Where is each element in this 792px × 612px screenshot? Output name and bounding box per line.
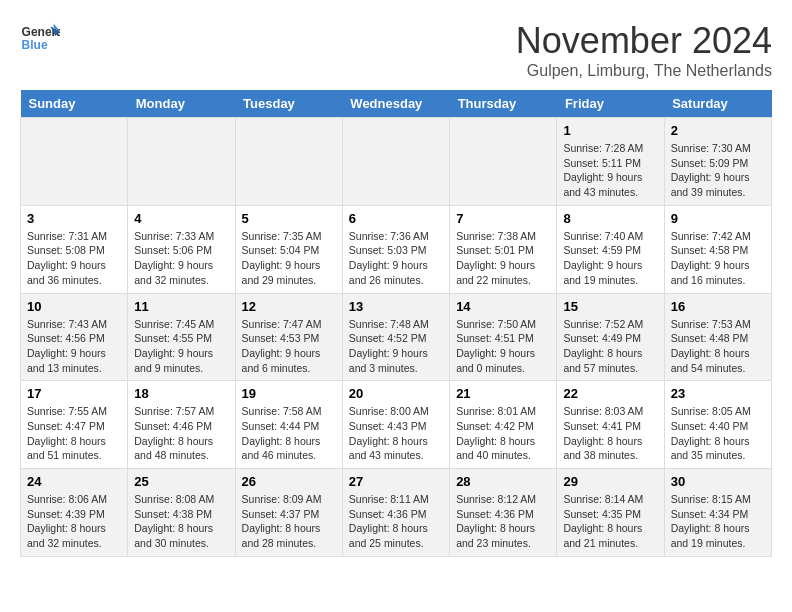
day-info: Sunrise: 7:47 AM Sunset: 4:53 PM Dayligh…: [242, 317, 336, 376]
day-info: Sunrise: 7:43 AM Sunset: 4:56 PM Dayligh…: [27, 317, 121, 376]
day-cell: 1Sunrise: 7:28 AM Sunset: 5:11 PM Daylig…: [557, 118, 664, 206]
day-info: Sunrise: 8:05 AM Sunset: 4:40 PM Dayligh…: [671, 404, 765, 463]
day-info: Sunrise: 7:28 AM Sunset: 5:11 PM Dayligh…: [563, 141, 657, 200]
day-info: Sunrise: 7:31 AM Sunset: 5:08 PM Dayligh…: [27, 229, 121, 288]
day-info: Sunrise: 7:36 AM Sunset: 5:03 PM Dayligh…: [349, 229, 443, 288]
day-cell: 3Sunrise: 7:31 AM Sunset: 5:08 PM Daylig…: [21, 205, 128, 293]
day-number: 8: [563, 211, 657, 226]
day-number: 7: [456, 211, 550, 226]
header-thursday: Thursday: [450, 90, 557, 118]
day-cell: 13Sunrise: 7:48 AM Sunset: 4:52 PM Dayli…: [342, 293, 449, 381]
title-area: November 2024 Gulpen, Limburg, The Nethe…: [516, 20, 772, 80]
week-row-4: 17Sunrise: 7:55 AM Sunset: 4:47 PM Dayli…: [21, 381, 772, 469]
day-cell: 20Sunrise: 8:00 AM Sunset: 4:43 PM Dayli…: [342, 381, 449, 469]
day-cell: 30Sunrise: 8:15 AM Sunset: 4:34 PM Dayli…: [664, 469, 771, 557]
day-cell: [235, 118, 342, 206]
day-cell: 8Sunrise: 7:40 AM Sunset: 4:59 PM Daylig…: [557, 205, 664, 293]
day-number: 15: [563, 299, 657, 314]
week-row-1: 1Sunrise: 7:28 AM Sunset: 5:11 PM Daylig…: [21, 118, 772, 206]
header-saturday: Saturday: [664, 90, 771, 118]
day-number: 14: [456, 299, 550, 314]
day-info: Sunrise: 7:30 AM Sunset: 5:09 PM Dayligh…: [671, 141, 765, 200]
day-cell: 17Sunrise: 7:55 AM Sunset: 4:47 PM Dayli…: [21, 381, 128, 469]
day-cell: 25Sunrise: 8:08 AM Sunset: 4:38 PM Dayli…: [128, 469, 235, 557]
day-cell: 21Sunrise: 8:01 AM Sunset: 4:42 PM Dayli…: [450, 381, 557, 469]
day-number: 3: [27, 211, 121, 226]
day-number: 12: [242, 299, 336, 314]
header-monday: Monday: [128, 90, 235, 118]
day-cell: 14Sunrise: 7:50 AM Sunset: 4:51 PM Dayli…: [450, 293, 557, 381]
day-number: 26: [242, 474, 336, 489]
day-number: 4: [134, 211, 228, 226]
day-info: Sunrise: 7:58 AM Sunset: 4:44 PM Dayligh…: [242, 404, 336, 463]
day-cell: 4Sunrise: 7:33 AM Sunset: 5:06 PM Daylig…: [128, 205, 235, 293]
day-number: 25: [134, 474, 228, 489]
day-info: Sunrise: 8:11 AM Sunset: 4:36 PM Dayligh…: [349, 492, 443, 551]
day-info: Sunrise: 8:15 AM Sunset: 4:34 PM Dayligh…: [671, 492, 765, 551]
day-cell: [21, 118, 128, 206]
calendar-table: Sunday Monday Tuesday Wednesday Thursday…: [20, 90, 772, 557]
day-info: Sunrise: 7:52 AM Sunset: 4:49 PM Dayligh…: [563, 317, 657, 376]
day-info: Sunrise: 7:48 AM Sunset: 4:52 PM Dayligh…: [349, 317, 443, 376]
day-cell: 15Sunrise: 7:52 AM Sunset: 4:49 PM Dayli…: [557, 293, 664, 381]
day-number: 27: [349, 474, 443, 489]
day-cell: [450, 118, 557, 206]
day-cell: 10Sunrise: 7:43 AM Sunset: 4:56 PM Dayli…: [21, 293, 128, 381]
day-info: Sunrise: 8:09 AM Sunset: 4:37 PM Dayligh…: [242, 492, 336, 551]
day-info: Sunrise: 8:12 AM Sunset: 4:36 PM Dayligh…: [456, 492, 550, 551]
header-friday: Friday: [557, 90, 664, 118]
day-info: Sunrise: 7:35 AM Sunset: 5:04 PM Dayligh…: [242, 229, 336, 288]
day-info: Sunrise: 7:42 AM Sunset: 4:58 PM Dayligh…: [671, 229, 765, 288]
day-number: 22: [563, 386, 657, 401]
day-info: Sunrise: 7:57 AM Sunset: 4:46 PM Dayligh…: [134, 404, 228, 463]
day-info: Sunrise: 7:50 AM Sunset: 4:51 PM Dayligh…: [456, 317, 550, 376]
day-number: 5: [242, 211, 336, 226]
header-wednesday: Wednesday: [342, 90, 449, 118]
week-row-5: 24Sunrise: 8:06 AM Sunset: 4:39 PM Dayli…: [21, 469, 772, 557]
day-info: Sunrise: 7:45 AM Sunset: 4:55 PM Dayligh…: [134, 317, 228, 376]
day-info: Sunrise: 8:01 AM Sunset: 4:42 PM Dayligh…: [456, 404, 550, 463]
location-subtitle: Gulpen, Limburg, The Netherlands: [516, 62, 772, 80]
page: General Blue November 2024 Gulpen, Limbu…: [0, 0, 792, 577]
day-number: 19: [242, 386, 336, 401]
day-info: Sunrise: 7:33 AM Sunset: 5:06 PM Dayligh…: [134, 229, 228, 288]
week-row-3: 10Sunrise: 7:43 AM Sunset: 4:56 PM Dayli…: [21, 293, 772, 381]
day-cell: 2Sunrise: 7:30 AM Sunset: 5:09 PM Daylig…: [664, 118, 771, 206]
day-cell: 18Sunrise: 7:57 AM Sunset: 4:46 PM Dayli…: [128, 381, 235, 469]
day-info: Sunrise: 7:53 AM Sunset: 4:48 PM Dayligh…: [671, 317, 765, 376]
day-info: Sunrise: 8:08 AM Sunset: 4:38 PM Dayligh…: [134, 492, 228, 551]
day-number: 16: [671, 299, 765, 314]
day-number: 2: [671, 123, 765, 138]
day-cell: [128, 118, 235, 206]
logo-icon: General Blue: [20, 20, 60, 56]
day-number: 1: [563, 123, 657, 138]
day-number: 28: [456, 474, 550, 489]
day-cell: 16Sunrise: 7:53 AM Sunset: 4:48 PM Dayli…: [664, 293, 771, 381]
day-number: 29: [563, 474, 657, 489]
day-number: 6: [349, 211, 443, 226]
day-info: Sunrise: 7:55 AM Sunset: 4:47 PM Dayligh…: [27, 404, 121, 463]
day-cell: 26Sunrise: 8:09 AM Sunset: 4:37 PM Dayli…: [235, 469, 342, 557]
day-cell: 28Sunrise: 8:12 AM Sunset: 4:36 PM Dayli…: [450, 469, 557, 557]
day-info: Sunrise: 7:38 AM Sunset: 5:01 PM Dayligh…: [456, 229, 550, 288]
day-cell: 12Sunrise: 7:47 AM Sunset: 4:53 PM Dayli…: [235, 293, 342, 381]
day-cell: 29Sunrise: 8:14 AM Sunset: 4:35 PM Dayli…: [557, 469, 664, 557]
day-number: 17: [27, 386, 121, 401]
header-tuesday: Tuesday: [235, 90, 342, 118]
svg-text:Blue: Blue: [22, 38, 48, 52]
day-cell: 7Sunrise: 7:38 AM Sunset: 5:01 PM Daylig…: [450, 205, 557, 293]
day-number: 18: [134, 386, 228, 401]
day-number: 9: [671, 211, 765, 226]
day-cell: 27Sunrise: 8:11 AM Sunset: 4:36 PM Dayli…: [342, 469, 449, 557]
month-title: November 2024: [516, 20, 772, 62]
header: General Blue November 2024 Gulpen, Limbu…: [20, 20, 772, 80]
day-number: 10: [27, 299, 121, 314]
day-info: Sunrise: 7:40 AM Sunset: 4:59 PM Dayligh…: [563, 229, 657, 288]
day-cell: 22Sunrise: 8:03 AM Sunset: 4:41 PM Dayli…: [557, 381, 664, 469]
calendar-header-row: Sunday Monday Tuesday Wednesday Thursday…: [21, 90, 772, 118]
day-cell: 19Sunrise: 7:58 AM Sunset: 4:44 PM Dayli…: [235, 381, 342, 469]
day-info: Sunrise: 8:03 AM Sunset: 4:41 PM Dayligh…: [563, 404, 657, 463]
day-info: Sunrise: 8:00 AM Sunset: 4:43 PM Dayligh…: [349, 404, 443, 463]
day-cell: 23Sunrise: 8:05 AM Sunset: 4:40 PM Dayli…: [664, 381, 771, 469]
day-number: 20: [349, 386, 443, 401]
